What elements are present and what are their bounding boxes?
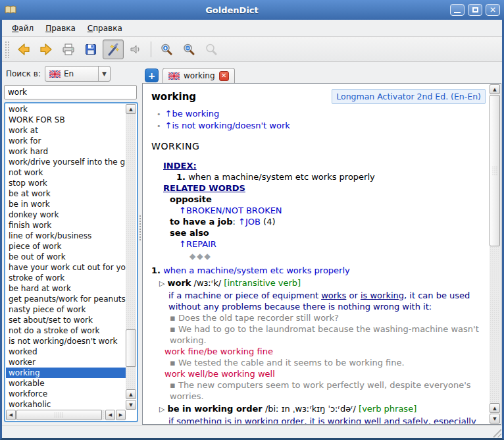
scroll-thumb[interactable] bbox=[16, 410, 102, 420]
print-button[interactable] bbox=[58, 40, 79, 59]
entry-headline: ▷be in working order /biː ɪn ˌwɜːʳkɪŋ ˈɔ… bbox=[159, 403, 486, 415]
list-item[interactable]: stroke of work bbox=[6, 273, 126, 283]
zoom-in-button[interactable] bbox=[156, 40, 177, 59]
list-item[interactable]: work/drive yourself into the ground bbox=[6, 157, 126, 167]
menu-file[interactable]: Файл bbox=[6, 21, 39, 36]
list-item[interactable]: WORK FOR SB bbox=[6, 115, 126, 125]
add-tab-button[interactable]: + bbox=[145, 69, 159, 82]
scroll-up-icon[interactable]: ▲ bbox=[490, 403, 500, 413]
section-title: when a machine/system etc works properly bbox=[163, 265, 350, 275]
scroll-left-icon[interactable]: ◀ bbox=[6, 410, 16, 420]
list-item[interactable]: is not working/doesn't work bbox=[6, 336, 126, 346]
list-item[interactable]: be hard at work bbox=[6, 283, 126, 294]
list-item[interactable]: worked bbox=[6, 346, 126, 357]
goldendict-window: GoldenDict ✕ Файл Правка Справка bbox=[0, 0, 504, 440]
menu-edit[interactable]: Правка bbox=[39, 21, 82, 36]
see-also-label: see also bbox=[170, 228, 209, 238]
definition: if a machine or piece of equipment works… bbox=[168, 290, 490, 312]
article-frame: working Longman Activator 2nd Ed. (En-En… bbox=[142, 83, 501, 425]
scroll-up-icon[interactable]: ▲ bbox=[490, 84, 500, 94]
list-item[interactable]: work at bbox=[6, 125, 126, 136]
example: ▪ Does the old tape recorder still work? bbox=[170, 312, 486, 323]
list-item[interactable]: workforce bbox=[6, 389, 126, 399]
list-item[interactable]: stop work bbox=[6, 178, 126, 188]
list-item[interactable]: line of work/business bbox=[6, 231, 126, 241]
tab-close-button[interactable]: ✕ bbox=[219, 71, 229, 81]
scroll-down-icon[interactable]: ▼ bbox=[490, 414, 500, 424]
forward-button[interactable] bbox=[36, 40, 57, 59]
tab-title: working bbox=[184, 71, 215, 80]
list-item[interactable]: not do a stroke of work bbox=[6, 325, 126, 336]
list-item[interactable]: nasty piece of work bbox=[6, 304, 126, 315]
list-item[interactable]: workable bbox=[6, 378, 126, 389]
close-button[interactable]: ✕ bbox=[486, 4, 500, 16]
list-item[interactable]: worker bbox=[6, 357, 126, 368]
list-item[interactable]: work for bbox=[6, 136, 126, 146]
scroll-thumb[interactable] bbox=[490, 95, 500, 246]
related-words-link[interactable]: RELATED WORDS bbox=[163, 183, 245, 193]
dictionary-group-combo[interactable]: En ▼ bbox=[45, 66, 111, 82]
save-button[interactable] bbox=[80, 40, 101, 59]
list-item[interactable]: be at work bbox=[6, 188, 126, 199]
list-item[interactable]: piece of work bbox=[6, 241, 126, 252]
article-link[interactable]: ↑be working bbox=[165, 108, 220, 119]
collocation: work fine/be working fine bbox=[164, 346, 486, 357]
list-item[interactable]: be out of work bbox=[6, 252, 126, 262]
back-button[interactable] bbox=[13, 40, 34, 59]
scroll-thumb[interactable] bbox=[126, 329, 136, 367]
scroll-left-icon[interactable]: ◀ bbox=[105, 410, 115, 420]
scroll-down-icon[interactable]: ▼ bbox=[126, 400, 136, 410]
article-link[interactable]: ↑REPAIR bbox=[179, 239, 216, 249]
list-item[interactable]: workaholic bbox=[6, 399, 126, 410]
tab-working[interactable]: working ✕ bbox=[163, 68, 235, 83]
article-link[interactable]: ↑BROKEN/NOT BROKEN bbox=[179, 206, 282, 215]
search-input[interactable] bbox=[4, 85, 137, 99]
zoom-out-button[interactable] bbox=[178, 40, 199, 59]
index-link[interactable]: INDEX: bbox=[163, 161, 197, 171]
zoom-reset-icon bbox=[204, 42, 218, 57]
tab-bar: + working ✕ bbox=[142, 62, 502, 83]
uk-flag-icon bbox=[49, 70, 61, 78]
window-title: GoldenDict bbox=[17, 5, 447, 15]
bullet-icon: • bbox=[157, 109, 161, 120]
article-headword: working bbox=[151, 89, 196, 103]
article-link[interactable]: ↑JOB bbox=[238, 217, 261, 227]
scroll-track[interactable] bbox=[490, 246, 500, 403]
list-item[interactable]: be in work bbox=[6, 199, 126, 209]
list-item[interactable]: have your work cut out for you bbox=[6, 262, 126, 273]
maximize-button[interactable] bbox=[468, 4, 482, 16]
scroll-up-icon[interactable]: ▲ bbox=[126, 389, 136, 399]
list-item[interactable]: not work bbox=[6, 167, 126, 178]
wand-button[interactable] bbox=[103, 40, 124, 59]
menu-help[interactable]: Справка bbox=[82, 21, 128, 36]
article-vscrollbar: ▲ ▲ ▼ bbox=[490, 84, 500, 424]
list-item[interactable]: working bbox=[6, 368, 126, 378]
minimize-button[interactable] bbox=[450, 4, 465, 16]
list-item[interactable]: get peanuts/work for peanuts bbox=[6, 294, 126, 304]
app-book-icon[interactable] bbox=[4, 5, 17, 15]
collocation: work well/be working well bbox=[164, 368, 486, 379]
uk-flag-icon bbox=[168, 72, 180, 80]
scroll-up-icon[interactable]: ▲ bbox=[126, 104, 136, 114]
example: ▪ The new computers seem to work perfect… bbox=[170, 379, 486, 402]
chevron-down-icon[interactable]: ▼ bbox=[98, 67, 110, 81]
word-list-items: work WORK FOR SBwork atwork forwork hard… bbox=[6, 104, 126, 410]
index-item: when a machine/system etc works properly bbox=[188, 172, 375, 182]
article-view: working Longman Activator 2nd Ed. (En-En… bbox=[143, 84, 490, 424]
list-item[interactable]: work hard bbox=[6, 146, 126, 157]
maximize-icon bbox=[472, 7, 478, 13]
caps-heading: WORKING bbox=[151, 141, 486, 152]
wand-icon bbox=[106, 42, 120, 57]
article-link[interactable]: ↑is not working/doesn't work bbox=[165, 120, 290, 131]
save-icon bbox=[84, 42, 98, 57]
resize-grip[interactable] bbox=[491, 427, 501, 437]
dictionary-label[interactable]: Longman Activator 2nd Ed. (En-En) bbox=[332, 89, 486, 104]
list-item[interactable]: set about/set to work bbox=[6, 315, 126, 325]
scroll-right-icon[interactable]: ▶ bbox=[116, 410, 126, 420]
list-item[interactable]: work bbox=[6, 104, 126, 115]
list-item[interactable]: finish work bbox=[6, 220, 126, 231]
pronounce-button[interactable] bbox=[125, 40, 146, 59]
toolbar-drag-handle[interactable] bbox=[5, 41, 9, 58]
list-item[interactable]: donkey work bbox=[6, 209, 126, 220]
search-in-label: Поиск в: bbox=[6, 69, 41, 78]
